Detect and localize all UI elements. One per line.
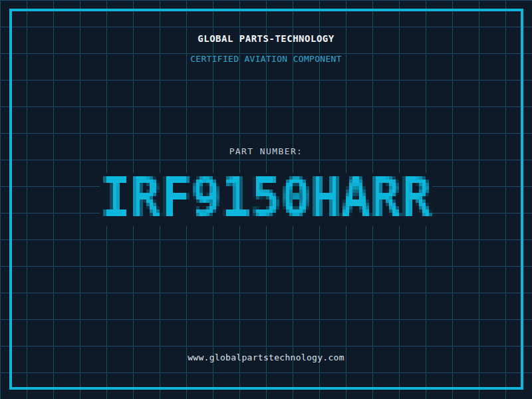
certificate-page: GLOBAL PARTS-TECHNOLOGY CERTIFIED AVIATI… [0,0,532,399]
part-number-label: PART NUMBER: [0,146,532,156]
part-number-display [100,173,432,226]
certification-subtitle: CERTIFIED AVIATION COMPONENT [0,54,532,64]
website-url: www.globalpartstechnology.com [0,352,532,362]
brand-title: GLOBAL PARTS-TECHNOLOGY [0,33,532,44]
